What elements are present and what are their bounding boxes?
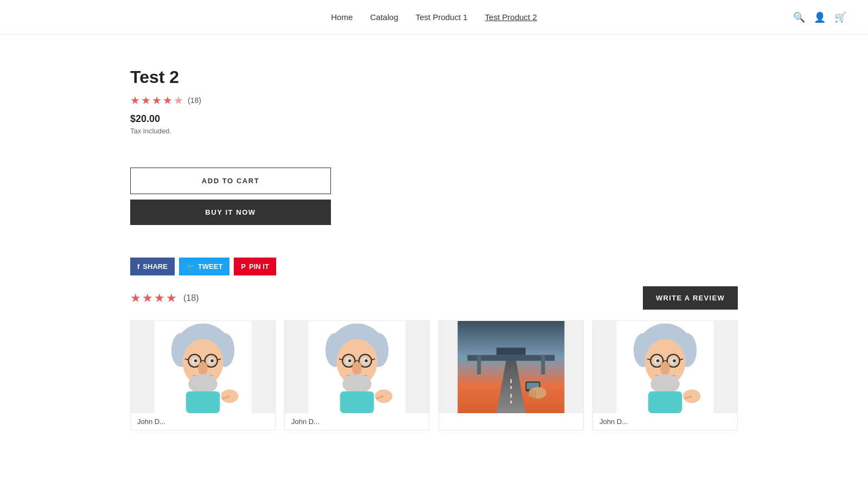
review-card: John D... [130, 320, 276, 431]
tweet-label: TWEET [198, 262, 223, 271]
review-cards-grid: John D... [130, 320, 738, 431]
twitter-icon: 🐦 [186, 262, 195, 271]
user-icon[interactable]: 👤 [814, 11, 826, 23]
svg-rect-41 [477, 355, 481, 375]
svg-point-31 [348, 359, 351, 362]
pin-label: PIN IT [249, 262, 269, 271]
share-pinterest-button[interactable]: P PIN IT [234, 258, 276, 275]
svg-point-33 [352, 362, 362, 375]
rev-star-3: ★ [154, 291, 165, 305]
search-icon[interactable]: 🔍 [793, 11, 805, 23]
reviewer-name [439, 413, 583, 422]
svg-rect-16 [186, 391, 220, 413]
star-3: ★ [152, 94, 162, 107]
svg-rect-68 [648, 391, 682, 413]
review-card [438, 320, 584, 431]
svg-point-65 [673, 359, 675, 362]
svg-point-66 [660, 362, 670, 375]
nav-catalog[interactable]: Catalog [370, 12, 398, 22]
review-count: (18) [188, 96, 201, 105]
review-card-image [593, 321, 737, 413]
reviews-header: ★ ★ ★ ★ (18) WRITE A REVIEW [130, 286, 738, 310]
review-card-image [439, 321, 583, 413]
svg-rect-35 [340, 391, 374, 413]
svg-point-34 [342, 374, 372, 394]
reviews-count-label: (18) [183, 293, 199, 303]
nav-test-product-1[interactable]: Test Product 1 [416, 12, 468, 22]
svg-point-12 [194, 359, 197, 362]
reviews-summary: ★ ★ ★ ★ (18) [130, 291, 199, 305]
rev-star-1: ★ [130, 291, 141, 305]
share-facebook-button[interactable]: f SHARE [130, 258, 175, 275]
svg-point-13 [210, 359, 213, 362]
rev-star-2: ★ [142, 291, 153, 305]
add-to-cart-button[interactable]: ADD TO CART [130, 168, 331, 194]
svg-point-14 [198, 362, 208, 375]
write-review-button[interactable]: WRITE A REVIEW [643, 286, 738, 310]
nav-test-product-2[interactable]: Test Product 2 [485, 12, 537, 22]
svg-point-64 [656, 359, 659, 362]
review-card-image [131, 321, 275, 413]
reviewer-name: John D... [131, 413, 275, 430]
rating-row: ★ ★ ★ ★ ★ (18) [130, 94, 738, 107]
facebook-icon: f [137, 262, 139, 271]
share-twitter-button[interactable]: 🐦 TWEET [179, 258, 230, 275]
main-nav: Home Catalog Test Product 1 Test Product… [331, 12, 537, 22]
review-card: John D... [284, 320, 430, 431]
svg-point-15 [188, 374, 218, 394]
header: Home Catalog Test Product 1 Test Product… [0, 0, 868, 35]
svg-point-32 [365, 359, 367, 362]
svg-point-36 [375, 389, 392, 403]
star-rating: ★ ★ ★ ★ ★ [130, 94, 183, 107]
rev-star-4: ★ [166, 291, 177, 305]
svg-point-17 [221, 389, 238, 403]
nav-home[interactable]: Home [331, 12, 353, 22]
cart-icon[interactable]: 🛒 [834, 11, 846, 23]
star-2: ★ [141, 94, 151, 107]
svg-point-48 [529, 387, 546, 399]
star-5: ★ [174, 94, 183, 107]
reviewer-name: John D... [285, 413, 429, 430]
reviewer-name: John D... [593, 413, 737, 430]
product-title: Test 2 [130, 67, 738, 87]
svg-point-67 [650, 374, 680, 394]
star-4: ★ [163, 94, 173, 107]
svg-rect-42 [541, 355, 545, 375]
svg-rect-43 [496, 348, 526, 355]
buy-it-now-button[interactable]: BUY IT NOW [130, 200, 331, 225]
share-label: SHARE [143, 262, 168, 271]
review-card: John D... [592, 320, 738, 431]
tax-note: Tax included. [130, 127, 738, 135]
social-share-row: f SHARE 🐦 TWEET P PIN IT [130, 258, 738, 275]
star-1: ★ [130, 94, 140, 107]
review-card-image [285, 321, 429, 413]
pinterest-icon: P [241, 262, 246, 271]
main-content: Test 2 ★ ★ ★ ★ ★ (18) $20.00 Tax include… [108, 35, 760, 452]
header-icons: 🔍 👤 🛒 [793, 11, 846, 23]
product-price: $20.00 [130, 113, 738, 125]
reviews-star-rating: ★ ★ ★ ★ [130, 291, 177, 305]
